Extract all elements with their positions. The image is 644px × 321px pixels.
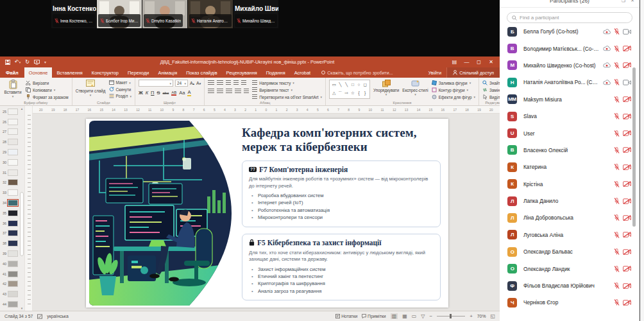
thumbnail-preview[interactable] — [8, 159, 18, 166]
zoom-in-button[interactable]: + — [470, 313, 473, 319]
thumbnail-preview[interactable] — [8, 139, 18, 145]
participant-row[interactable]: ММMaksym Misiura — [500, 91, 640, 108]
tell-me-box[interactable]: Скажіть, що потрібно зробити... — [321, 67, 393, 78]
search-input[interactable] — [520, 15, 627, 21]
arrange-button[interactable]: Упорядкувати▾ — [373, 80, 399, 97]
slideshow-view-button[interactable]: ▽ — [421, 313, 425, 319]
tab-переходи[interactable]: Переходи — [123, 67, 153, 78]
participant-row[interactable]: ББелла Голуб (Co-host) — [500, 23, 640, 40]
participants-scrollbar[interactable] — [632, 67, 636, 227]
shape-effects-button[interactable]: Ефекти для фігур▾ — [432, 94, 475, 100]
thumbnail-preview[interactable] — [8, 189, 18, 196]
slide-thumbnail[interactable]: 28 — [0, 137, 19, 147]
slide-thumbnail[interactable]: 38 — [0, 238, 19, 248]
indent-decrease-icon[interactable] — [226, 80, 231, 85]
zoom-slider[interactable] — [437, 316, 465, 317]
comments-button[interactable]: Примітки — [362, 314, 386, 318]
participant-row[interactable]: ВВласенко Олексій — [500, 142, 640, 159]
slide-thumbnail[interactable]: 36 — [0, 218, 19, 229]
video-tile[interactable]: Інна Костенко,...Інна Костенко, коорд... — [51, 0, 96, 28]
font-size-select[interactable]: 24▾ — [175, 80, 188, 87]
bold-button[interactable]: Ж — [139, 90, 143, 96]
thumbnail-preview[interactable] — [8, 250, 18, 257]
save-icon[interactable] — [5, 60, 10, 65]
tab-acrobat[interactable]: Acrobat — [290, 67, 315, 78]
slide-thumbnail[interactable]: 30 — [0, 157, 19, 168]
line-spacing-icon[interactable] — [241, 80, 246, 85]
columns-icon[interactable] — [244, 89, 249, 94]
thumbnail-scrollbar[interactable]: ▴ ▾ — [19, 106, 24, 311]
thumbnail-preview[interactable] — [8, 179, 18, 186]
close-button[interactable]: ✕ — [485, 56, 497, 67]
slide-thumbnail[interactable]: 25 — [0, 107, 19, 117]
layout-button[interactable]: Макет▾ — [109, 80, 131, 85]
thumbnail-preview[interactable] — [8, 301, 18, 308]
format-painter-button[interactable]: Формат за зразком — [26, 94, 69, 100]
undo-icon[interactable]: ↶▾ — [15, 59, 21, 65]
align-text-button[interactable]: Вирівняти текст▾ — [252, 87, 322, 92]
tab-конструктор[interactable]: Конструктор — [87, 67, 123, 78]
video-tile[interactable]: Болбот Ігор Михайлов... — [97, 0, 142, 28]
slide-thumbnail[interactable]: 37 — [0, 229, 19, 239]
tab-анімація[interactable]: Анімація — [153, 67, 182, 78]
scrollbar-thumb[interactable] — [20, 192, 24, 256]
align-left-icon[interactable] — [208, 89, 214, 94]
slide-thumbnail[interactable]: 40 — [0, 259, 19, 269]
participant-row[interactable]: ООлександр Бальвас — [500, 243, 640, 260]
underline-button[interactable]: П — [151, 90, 154, 96]
participant-row[interactable]: ЛЛапка Данило — [500, 193, 640, 209]
zoom-slider-thumb[interactable] — [450, 314, 452, 318]
align-center-icon[interactable] — [217, 89, 223, 94]
shape-outline-button[interactable]: Контур фігури▾ — [432, 87, 475, 92]
justify-icon[interactable] — [235, 89, 241, 94]
participant-row[interactable]: SSlava — [500, 108, 640, 125]
slide-thumbnail[interactable]: 29 — [0, 147, 19, 157]
copy-button[interactable]: Копіювати▾ — [26, 87, 69, 92]
quick-styles-button[interactable]: Експрес-стилі▾ — [402, 80, 428, 97]
collapse-ribbon-icon[interactable]: ⌃ — [493, 99, 497, 104]
new-slide-button[interactable]: Створити слайд▾ — [76, 80, 106, 98]
cut-button[interactable]: Вирізати — [26, 80, 69, 85]
slide-thumbnail[interactable]: 43 — [0, 289, 19, 299]
share-button[interactable]: Спільний доступ — [446, 67, 500, 78]
slide-thumbnail[interactable]: 31 — [0, 168, 19, 178]
participant-row[interactable]: ООлександр Ландик — [500, 260, 640, 277]
participant-row[interactable]: UUser — [500, 125, 640, 141]
participant-row[interactable]: ММихайло Швиденко (Co-host) — [500, 57, 640, 74]
tab-файл[interactable]: Файл — [0, 67, 24, 78]
slide-thumbnail[interactable]: 39 — [0, 248, 19, 259]
sign-in-button[interactable]: Увійти — [423, 67, 446, 78]
slide-thumbnail[interactable]: 27 — [0, 127, 19, 137]
strikethrough-button[interactable]: S — [157, 90, 160, 96]
fit-to-window-icon[interactable]: ◱ — [490, 313, 495, 319]
participant-row[interactable]: ЛЛіна Добровольська — [500, 209, 640, 226]
normal-view-button[interactable]: ▥ — [391, 313, 398, 319]
smartart-button[interactable]: Перетворити на об'єкт SmartArt▾ — [252, 94, 322, 100]
participant-row[interactable]: ЧЧерніков Єгор — [500, 294, 640, 311]
text-direction-button[interactable]: Напрямок тексту▾ — [252, 80, 322, 85]
reset-button[interactable]: Скинути — [109, 87, 131, 92]
participant-search-box[interactable] — [507, 12, 632, 23]
reading-view-button[interactable]: ▭ — [412, 313, 417, 319]
thumbnail-preview[interactable] — [8, 220, 18, 227]
panel-close-icon[interactable]: ✕ — [631, 0, 634, 3]
slide-thumbnail[interactable]: 45 — [0, 309, 19, 311]
thumbnail-preview[interactable] — [8, 230, 18, 236]
thumbnail-preview[interactable] — [8, 291, 18, 297]
video-tile[interactable]: Михайло Швид...Михайло Швиденко — [233, 0, 278, 28]
slide-thumbnail[interactable]: 35 — [0, 208, 19, 218]
zoom-level[interactable]: 70% — [477, 314, 486, 318]
redo-icon[interactable]: ↻ — [25, 59, 30, 65]
slide-thumbnail[interactable]: 44 — [0, 299, 19, 309]
tab-основне[interactable]: Основне — [24, 67, 53, 78]
font-color-button[interactable]: А — [187, 89, 191, 96]
slide-sorter-view-button[interactable]: ▦ — [402, 313, 407, 319]
tab-подання[interactable]: Подання — [262, 67, 290, 78]
popout-icon[interactable]: ❏ — [622, 0, 625, 3]
thumbnail-preview[interactable] — [8, 200, 18, 206]
slide-thumbnail[interactable]: 34 — [0, 198, 19, 208]
section-button[interactable]: Розділ▾ — [109, 94, 131, 98]
slide-thumbnail[interactable]: 26 — [0, 117, 19, 127]
slide-canvas[interactable]: Кафедра комп'ютерних систем, мереж та кі… — [86, 119, 448, 308]
participant-row[interactable]: ККрістіна — [500, 176, 640, 193]
